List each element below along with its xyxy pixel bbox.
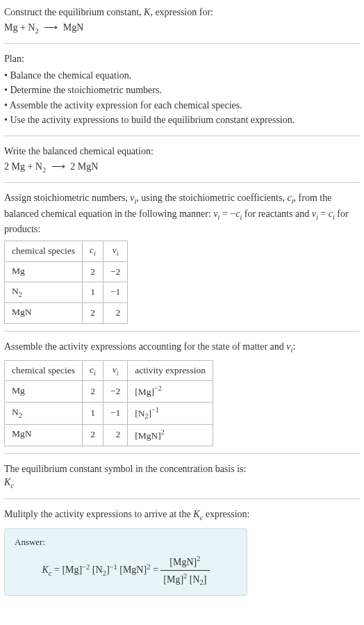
intro-text-post: , expression for:: [150, 7, 213, 17]
cell-nu: −2: [103, 261, 127, 282]
cell-species: N2: [5, 282, 83, 303]
plan-item: • Balance the chemical equation.: [4, 69, 360, 83]
activity-table: chemical species ci νi activity expressi…: [4, 360, 213, 446]
rel-react-eq: = −: [220, 209, 235, 219]
final-K: K: [193, 509, 199, 519]
activity-pre: Assemble the activity expressions accoun…: [4, 341, 286, 352]
table-row: N2 1 −1: [5, 282, 128, 303]
plan-list: • Balance the chemical equation. • Deter…: [4, 69, 360, 127]
table-row: MgN 2 2: [5, 303, 128, 324]
cell-activity: [MgN]2: [128, 425, 213, 446]
cell-c: 2: [83, 425, 104, 446]
cell-species: N2: [5, 402, 83, 424]
plan-section: Plan: • Balance the chemical equation. •…: [4, 52, 360, 136]
table-row: Mg 2 −2 [Mg]−2: [5, 381, 213, 402]
kc-symbol-section: The equilibrium constant symbol in the c…: [4, 462, 360, 499]
th-act: activity expression: [128, 360, 213, 381]
activity-end: :: [292, 341, 295, 352]
rel-prod-eq: =: [318, 209, 329, 219]
cell-species: MgN: [5, 425, 83, 446]
stoich-section: Assign stoichiometric numbers, νi, using…: [4, 191, 360, 332]
eq-lhs2-base: N: [28, 22, 35, 33]
cell-activity: [N2]−1: [128, 402, 213, 424]
bal-lhs1-coef: 2: [4, 161, 12, 172]
final-pre: Mulitply the activity expressions to arr…: [4, 509, 193, 519]
cell-species: Mg: [5, 381, 83, 402]
balanced-section: Write the balanced chemical equation: 2 …: [4, 145, 360, 183]
bal-rhs: MgN: [78, 161, 99, 172]
cell-nu: 2: [103, 425, 127, 446]
intro-equation: Mg + N2 ⟶ MgN: [4, 21, 360, 36]
intro-text-pre: Construct the equilibrium constant,: [4, 7, 144, 17]
activity-section: Assemble the activity expressions accoun…: [4, 340, 360, 453]
table-header-row: chemical species ci νi activity expressi…: [5, 360, 213, 381]
cell-species: MgN: [5, 303, 83, 324]
final-section: Mulitply the activity expressions to arr…: [4, 508, 360, 603]
answer-label: Answer:: [15, 536, 237, 549]
intro-section: Construct the equilibrium constant, K, e…: [4, 6, 360, 44]
th-species: chemical species: [5, 241, 83, 261]
th-nu: νi: [103, 360, 127, 381]
th-c: ci: [83, 241, 104, 261]
cell-nu: −2: [103, 381, 127, 402]
table-row: MgN 2 2 [MgN]2: [5, 425, 213, 446]
balanced-heading: Write the balanced chemical equation:: [4, 145, 360, 159]
intro-line: Construct the equilibrium constant, K, e…: [4, 6, 360, 19]
plan-item: • Use the activity expressions to build …: [4, 113, 360, 127]
th-species: chemical species: [5, 360, 83, 381]
cell-activity: [Mg]−2: [128, 381, 213, 402]
plan-item: • Assemble the activity expression for e…: [4, 99, 360, 113]
final-end: expression:: [203, 509, 249, 519]
eq-lhs1: Mg: [4, 22, 17, 33]
stoich-mid3: for reactants and: [242, 209, 311, 219]
bal-arrow: ⟶: [51, 160, 65, 174]
bal-rhs-coef: 2: [70, 161, 78, 172]
bal-lhs2-base: N: [35, 161, 42, 172]
eq-plus: +: [17, 22, 28, 33]
stoich-pre: Assign stoichiometric numbers,: [4, 193, 130, 203]
cell-c: 2: [83, 303, 104, 324]
plan-heading: Plan:: [4, 52, 360, 66]
eq-rhs: MgN: [63, 22, 84, 33]
kc-symbol-text: The equilibrium constant symbol in the c…: [4, 462, 360, 476]
cell-species: Mg: [5, 261, 83, 282]
stoich-text: Assign stoichiometric numbers, νi, using…: [4, 191, 360, 236]
th-nu: νi: [103, 241, 127, 261]
cell-c: 1: [83, 282, 104, 303]
table-row: N2 1 −1 [N2]−1: [5, 402, 213, 424]
bal-lhs1: Mg: [12, 161, 25, 172]
cell-nu: −1: [103, 282, 127, 303]
answer-box: Answer: Kc = [Mg]−2 [N2]−1 [MgN]2 = [MgN…: [4, 528, 247, 596]
activity-text: Assemble the activity expressions accoun…: [4, 340, 360, 355]
cell-c: 2: [83, 261, 104, 282]
intro-K: K: [144, 7, 150, 17]
plan-item: • Determine the stoichiometric numbers.: [4, 83, 360, 97]
stoich-table: chemical species ci νi Mg 2 −2 N2 1 −1 M…: [4, 241, 128, 324]
answer-equation: Kc = [Mg]−2 [N2]−1 [MgN]2 = [MgN]2[Mg]2 …: [15, 554, 237, 587]
cell-nu: −1: [103, 402, 127, 424]
bal-lhs2-sub: 2: [42, 165, 46, 173]
cell-c: 1: [83, 402, 104, 424]
stoich-mid: , using the stoichiometric coefficients,: [136, 193, 287, 203]
answer-fraction: [MgN]2[Mg]2 [N2]: [160, 554, 209, 587]
cell-nu: 2: [103, 303, 127, 324]
table-header-row: chemical species ci νi: [5, 241, 128, 261]
final-text: Mulitply the activity expressions to arr…: [4, 508, 360, 523]
kc-symbol: Kc: [4, 476, 360, 491]
table-row: Mg 2 −2: [5, 261, 128, 282]
bal-plus: +: [25, 161, 35, 172]
balanced-equation: 2 Mg + N2 ⟶ 2 MgN: [4, 160, 360, 175]
eq-lhs2-sub: 2: [35, 26, 38, 34]
eq-arrow: ⟶: [44, 21, 58, 35]
th-c: ci: [83, 360, 104, 381]
cell-c: 2: [83, 381, 104, 402]
